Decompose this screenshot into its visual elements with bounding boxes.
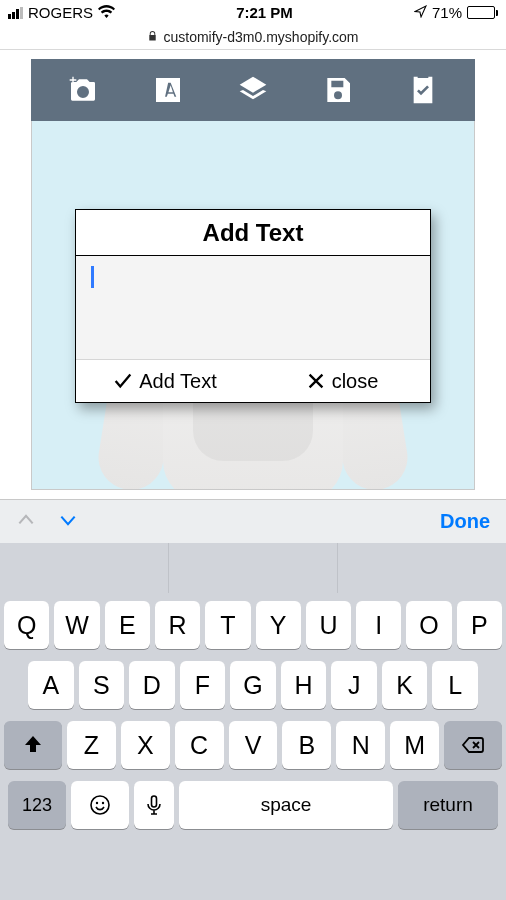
backspace-key[interactable]	[444, 721, 502, 769]
location-icon	[414, 4, 427, 21]
battery-pct: 71%	[432, 4, 462, 21]
status-time: 7:21 PM	[236, 4, 293, 21]
keyboard-done-button[interactable]: Done	[440, 510, 490, 533]
modal-title: Add Text	[76, 210, 430, 256]
url-bar[interactable]: customify-d3m0.myshopify.com	[0, 24, 506, 50]
predictive-bar	[0, 543, 506, 593]
text-input-area[interactable]	[76, 256, 430, 360]
close-label: close	[332, 370, 379, 393]
status-left: ROGERS	[8, 4, 115, 21]
key-o[interactable]: O	[406, 601, 451, 649]
svg-point-2	[102, 802, 104, 804]
key-a[interactable]: A	[28, 661, 74, 709]
signal-bars-icon	[8, 7, 23, 19]
svg-point-0	[91, 796, 109, 814]
save-icon[interactable]	[320, 72, 356, 108]
key-m[interactable]: M	[390, 721, 439, 769]
space-key[interactable]: space	[179, 781, 393, 829]
next-field-arrow-icon[interactable]	[58, 510, 78, 534]
battery-icon	[467, 6, 498, 19]
wifi-icon	[98, 4, 115, 21]
emoji-key[interactable]	[71, 781, 129, 829]
page-content: Add Text Add Text close	[0, 59, 506, 499]
key-y[interactable]: Y	[256, 601, 301, 649]
key-z[interactable]: Z	[67, 721, 116, 769]
key-row-bottom: 123 space return	[4, 781, 502, 829]
designer-toolbar	[31, 59, 475, 121]
key-f[interactable]: F	[180, 661, 226, 709]
shift-key[interactable]	[4, 721, 62, 769]
numbers-key[interactable]: 123	[8, 781, 66, 829]
add-photo-icon[interactable]	[65, 72, 101, 108]
key-k[interactable]: K	[382, 661, 428, 709]
modal-actions: Add Text close	[76, 360, 430, 402]
text-icon[interactable]	[150, 72, 186, 108]
lock-icon	[147, 29, 158, 45]
key-t[interactable]: T	[205, 601, 250, 649]
key-row-1: Q W E R T Y U I O P	[4, 601, 502, 649]
svg-rect-3	[152, 796, 157, 807]
key-u[interactable]: U	[306, 601, 351, 649]
key-x[interactable]: X	[121, 721, 170, 769]
predict-slot[interactable]	[169, 543, 338, 593]
prev-field-arrow-icon[interactable]	[16, 510, 36, 534]
key-d[interactable]: D	[129, 661, 175, 709]
key-i[interactable]: I	[356, 601, 401, 649]
carrier-label: ROGERS	[28, 4, 93, 21]
key-row-2: A S D F G H J K L	[4, 661, 502, 709]
keyboard-accessory-bar: Done	[0, 499, 506, 543]
key-l[interactable]: L	[432, 661, 478, 709]
svg-point-1	[96, 802, 98, 804]
layers-icon[interactable]	[235, 72, 271, 108]
predict-slot[interactable]	[338, 543, 506, 593]
dictation-key[interactable]	[134, 781, 174, 829]
approve-icon[interactable]	[405, 72, 441, 108]
key-q[interactable]: Q	[4, 601, 49, 649]
return-key[interactable]: return	[398, 781, 498, 829]
key-s[interactable]: S	[79, 661, 125, 709]
key-p[interactable]: P	[457, 601, 502, 649]
key-e[interactable]: E	[105, 601, 150, 649]
key-g[interactable]: G	[230, 661, 276, 709]
key-j[interactable]: J	[331, 661, 377, 709]
key-v[interactable]: V	[229, 721, 278, 769]
key-b[interactable]: B	[282, 721, 331, 769]
confirm-label: Add Text	[139, 370, 216, 393]
confirm-add-text-button[interactable]: Add Text	[76, 360, 253, 402]
key-n[interactable]: N	[336, 721, 385, 769]
key-w[interactable]: W	[54, 601, 99, 649]
status-right: 71%	[414, 4, 498, 21]
key-c[interactable]: C	[175, 721, 224, 769]
status-bar: ROGERS 7:21 PM 71%	[0, 0, 506, 24]
url-host: customify-d3m0.myshopify.com	[163, 29, 358, 45]
close-modal-button[interactable]: close	[253, 360, 430, 402]
key-h[interactable]: H	[281, 661, 327, 709]
ios-keyboard: Q W E R T Y U I O P A S D F G H J K L Z	[0, 543, 506, 900]
text-cursor	[91, 266, 94, 288]
key-r[interactable]: R	[155, 601, 200, 649]
key-row-3: Z X C V B N M	[4, 721, 502, 769]
predict-slot[interactable]	[0, 543, 169, 593]
add-text-modal: Add Text Add Text close	[75, 209, 431, 403]
